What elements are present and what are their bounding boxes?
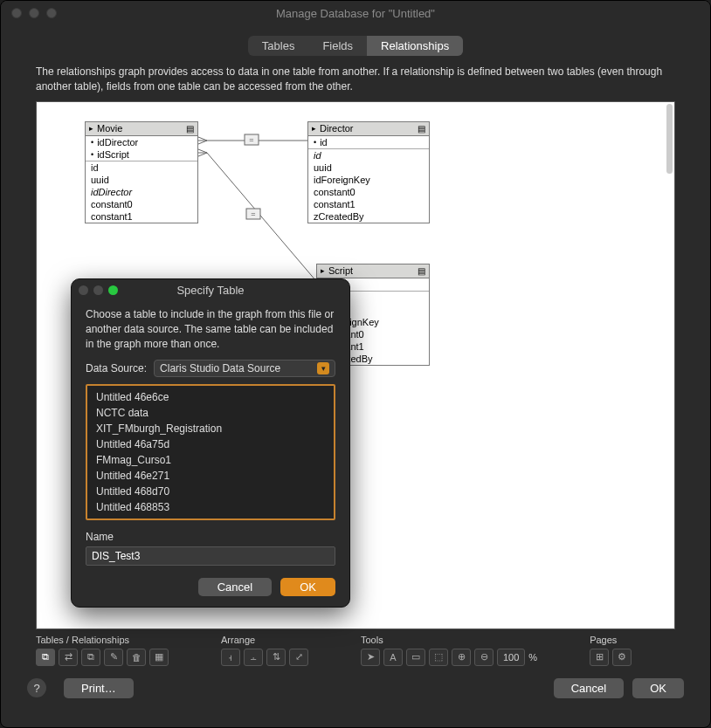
- list-item[interactable]: NCTC data: [87, 405, 334, 421]
- key-field[interactable]: idDirector: [86, 136, 197, 148]
- expand-icon: ▸: [89, 124, 93, 133]
- key-field[interactable]: id: [308, 136, 429, 148]
- list-item[interactable]: FMmag_Curso1: [87, 452, 334, 468]
- zoom-out-button[interactable]: ⊖: [474, 649, 494, 666]
- toolbar-section-label: Tools: [361, 635, 537, 645]
- svg-rect-1: [245, 134, 259, 145]
- toolbar-section-label: Arrange: [221, 635, 308, 645]
- cancel-button[interactable]: Cancel: [554, 678, 624, 698]
- field[interactable]: constant0: [86, 198, 197, 210]
- sheet-titlebar: Specify Table: [72, 279, 349, 300]
- page-setup-button[interactable]: ⚙: [612, 649, 632, 666]
- window-traffic-lights: [11, 8, 57, 18]
- sheet-cancel-button[interactable]: Cancel: [198, 578, 272, 596]
- color-button[interactable]: ▦: [149, 649, 169, 666]
- field[interactable]: constant0: [308, 186, 429, 198]
- page-breaks-button[interactable]: ⊞: [590, 649, 609, 666]
- list-item[interactable]: Untitled 46e6ce: [87, 389, 334, 405]
- relationships-description: The relationships graph provides access …: [1, 56, 710, 101]
- data-source-value: Claris Studio Data Source: [160, 362, 280, 374]
- expand-icon: ▸: [312, 124, 316, 133]
- chevron-down-icon: ▾: [317, 362, 329, 374]
- key-field[interactable]: idScript: [86, 148, 197, 161]
- window-title: Manage Database for "Untitled": [1, 7, 710, 20]
- text-tool-button[interactable]: A: [383, 649, 403, 666]
- duplicate-button[interactable]: ⧉: [81, 649, 100, 666]
- distribute-button[interactable]: ⇅: [266, 649, 286, 666]
- field[interactable]: id: [308, 149, 429, 161]
- graph-toolbar: Tables / Relationships ⧉ ⇄ ⧉ ✎ 🗑 ▦ Arran…: [1, 629, 710, 666]
- table-list[interactable]: Untitled 46e6ce NCTC data XIT_FMburgh_Re…: [86, 384, 335, 520]
- list-item[interactable]: Untitled 468d70: [87, 484, 334, 499]
- specify-table-dialog: Specify Table Choose a table to include …: [71, 278, 350, 608]
- field[interactable]: idDirector: [86, 186, 197, 198]
- add-relationship-button[interactable]: ⇄: [59, 649, 78, 666]
- to-header[interactable]: ▸ Director ▤: [308, 122, 429, 136]
- table-name-input[interactable]: [86, 546, 335, 566]
- minimize-window-button[interactable]: [29, 8, 39, 18]
- sheet-ok-button[interactable]: OK: [280, 578, 335, 596]
- field[interactable]: constant1: [308, 198, 429, 210]
- data-source-select[interactable]: Claris Studio Data Source ▾: [154, 360, 335, 377]
- data-source-label: Data Source:: [86, 362, 147, 374]
- list-item[interactable]: Untitled 468853: [87, 499, 334, 515]
- collapse-icon[interactable]: ▤: [186, 124, 194, 134]
- print-button[interactable]: Print…: [64, 678, 134, 698]
- svg-line-10: [198, 153, 207, 156]
- tab-fields[interactable]: Fields: [308, 36, 367, 56]
- zoom-value: 100: [503, 652, 519, 663]
- svg-line-7: [198, 137, 207, 141]
- add-table-button[interactable]: ⧉: [36, 649, 55, 666]
- main-tabbar: Tables Fields Relationships: [1, 36, 710, 56]
- tab-relationships[interactable]: Relationships: [367, 36, 463, 56]
- name-label: Name: [86, 531, 335, 543]
- resize-button[interactable]: ⤢: [289, 649, 308, 666]
- svg-text:=: =: [249, 135, 253, 144]
- toolbar-section-label: Pages: [590, 635, 632, 645]
- field[interactable]: constant1: [86, 210, 197, 223]
- select-tool-button[interactable]: ⬚: [429, 649, 448, 666]
- list-item[interactable]: XIT_FMburgh_Registration: [87, 421, 334, 436]
- note-tool-button[interactable]: ▭: [406, 649, 425, 666]
- tab-tables[interactable]: Tables: [248, 36, 309, 56]
- edit-button[interactable]: ✎: [104, 649, 123, 666]
- svg-line-9: [198, 149, 207, 153]
- collapse-icon[interactable]: ▤: [418, 124, 425, 134]
- zoom-level-field[interactable]: 100: [497, 649, 525, 666]
- list-item[interactable]: Untitled 46e271: [87, 468, 334, 484]
- close-window-button[interactable]: [11, 8, 22, 18]
- to-title: Director: [320, 123, 414, 134]
- table-occurrence-movie[interactable]: ▸ Movie ▤ idDirector idScript id uuid id…: [85, 121, 198, 223]
- dialog-footer: ? Print… Cancel OK: [1, 666, 710, 711]
- help-button[interactable]: ?: [27, 678, 46, 697]
- expand-icon: ▸: [321, 266, 325, 275]
- align-left-button[interactable]: ⫞: [221, 649, 240, 666]
- field[interactable]: idForeignKey: [308, 174, 429, 186]
- pointer-tool-button[interactable]: ➤: [361, 649, 380, 666]
- zoom-window-button[interactable]: [46, 8, 57, 18]
- sheet-zoom-button[interactable]: [108, 285, 118, 295]
- delete-button[interactable]: 🗑: [127, 649, 146, 666]
- ok-button[interactable]: OK: [632, 678, 684, 698]
- list-item[interactable]: Untitled 46a75d: [87, 436, 334, 452]
- to-title: Script: [328, 265, 414, 276]
- field[interactable]: uuid: [308, 161, 429, 174]
- to-header[interactable]: ▸ Movie ▤: [86, 122, 197, 136]
- sheet-minimize-button[interactable]: [93, 285, 103, 295]
- to-title: Movie: [97, 123, 183, 134]
- svg-rect-5: [246, 209, 260, 219]
- table-occurrence-director[interactable]: ▸ Director ▤ id id uuid idForeignKey con…: [307, 121, 430, 223]
- svg-line-8: [198, 141, 207, 144]
- sheet-close-button[interactable]: [79, 285, 88, 295]
- zoom-in-button[interactable]: ⊕: [452, 649, 471, 666]
- field[interactable]: uuid: [86, 174, 197, 186]
- align-center-button[interactable]: ⫠: [244, 649, 263, 666]
- collapse-icon[interactable]: ▤: [418, 266, 425, 276]
- field[interactable]: id: [86, 161, 197, 174]
- sheet-instruction: Choose a table to include in the graph f…: [86, 307, 335, 351]
- to-header[interactable]: ▸ Script ▤: [317, 264, 429, 278]
- canvas-scrollbar[interactable]: [666, 104, 673, 174]
- field[interactable]: zCreatedBy: [308, 210, 429, 223]
- toolbar-section-label: Tables / Relationships: [36, 635, 169, 645]
- zoom-unit: %: [528, 652, 537, 663]
